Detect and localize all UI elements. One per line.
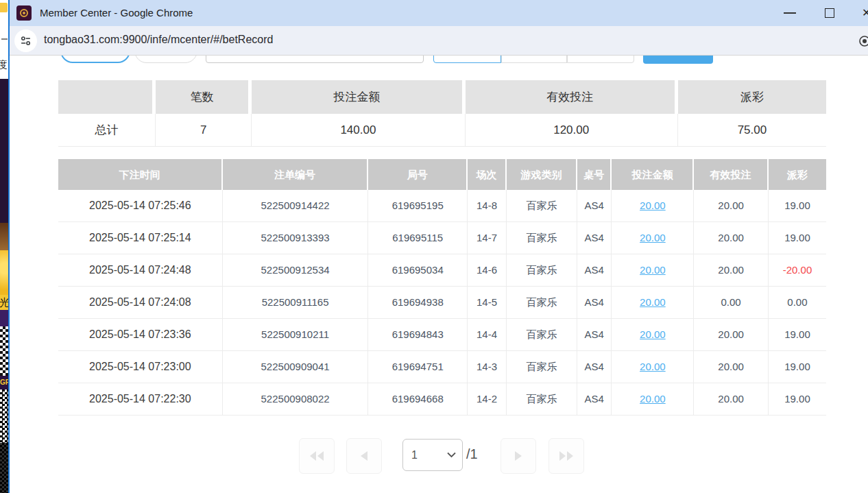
previous-page-button[interactable] bbox=[346, 438, 382, 474]
summary-header-bet-amount: 投注金额 bbox=[252, 80, 461, 114]
bet-amount-cell: 20.00 bbox=[612, 254, 694, 287]
segment-button-active[interactable] bbox=[433, 56, 501, 63]
background-text-gr: GR bbox=[0, 376, 8, 389]
background-gold-bar-image bbox=[0, 223, 8, 250]
summary-header-count: 笔数 bbox=[156, 80, 248, 114]
col-header-payout: 派彩 bbox=[769, 159, 826, 190]
segment-button-middle[interactable] bbox=[501, 56, 567, 63]
background-folder-icon bbox=[0, 3, 8, 12]
game-type: 百家乐 bbox=[507, 222, 577, 254]
payout-cell: -20.00 bbox=[769, 254, 826, 287]
order-no: 522500913393 bbox=[223, 222, 369, 254]
background-window-strip: 度 光 GR bbox=[0, 0, 8, 493]
payout-cell: 0.00 bbox=[769, 287, 826, 319]
background-purple-band bbox=[0, 310, 8, 326]
total-pages-label: /1 bbox=[466, 446, 478, 462]
table-no: AS4 bbox=[577, 190, 612, 222]
summary-total-valid-bet: 120.00 bbox=[466, 114, 678, 147]
col-header-order-no: 注单编号 bbox=[223, 159, 367, 190]
valid-bet: 20.00 bbox=[694, 383, 769, 416]
filter-pill-active[interactable] bbox=[60, 56, 130, 63]
site-favicon bbox=[16, 5, 32, 21]
valid-bet: 20.00 bbox=[694, 222, 769, 254]
minimize-button[interactable] bbox=[784, 12, 796, 14]
order-no: 522500909041 bbox=[223, 351, 369, 383]
round-no: 619695034 bbox=[368, 254, 467, 287]
round-no: 619694843 bbox=[368, 319, 467, 351]
col-header-valid-bet: 有效投注 bbox=[694, 159, 767, 190]
game-type: 百家乐 bbox=[507, 383, 577, 416]
summary-total-count: 7 bbox=[156, 114, 252, 147]
payout-cell: 19.00 bbox=[769, 383, 826, 416]
bet-time: 2025-05-14 07:24:08 bbox=[58, 287, 223, 319]
url-bar[interactable]: tongbao31.com:9900/infe/mcenter/#/betRec… bbox=[10, 26, 868, 56]
background-dark-pattern bbox=[0, 443, 8, 493]
background-qr-code-bottom bbox=[0, 389, 8, 443]
bet-amount-link[interactable]: 20.00 bbox=[640, 200, 666, 211]
screen: 度 光 GR Member Center - Google Chrome ✕ bbox=[0, 0, 868, 493]
bet-amount-link[interactable]: 20.00 bbox=[640, 296, 666, 308]
bet-time: 2025-05-14 07:24:48 bbox=[58, 254, 223, 287]
bet-time: 2025-05-14 07:25:46 bbox=[58, 190, 223, 222]
summary-header-payout: 派彩 bbox=[678, 80, 826, 114]
close-button[interactable]: ✕ bbox=[862, 8, 868, 19]
next-page-button[interactable] bbox=[501, 438, 536, 474]
col-header-bet-amount: 投注金额 bbox=[612, 159, 692, 190]
valid-bet: 20.00 bbox=[694, 190, 769, 222]
url-text[interactable]: tongbao31.com:9900/infe/mcenter/#/betRec… bbox=[44, 34, 273, 46]
segment-button-right[interactable] bbox=[567, 56, 634, 63]
site-settings-icon[interactable] bbox=[14, 29, 37, 52]
session: 14-6 bbox=[468, 254, 507, 287]
window-titlebar[interactable]: Member Center - Google Chrome ✕ bbox=[10, 0, 868, 26]
session: 14-4 bbox=[468, 319, 507, 351]
valid-bet: 20.00 bbox=[694, 254, 769, 287]
round-no: 619694938 bbox=[368, 287, 467, 319]
bet-amount-cell: 20.00 bbox=[612, 351, 694, 383]
background-qr-code-top bbox=[0, 326, 8, 376]
bet-amount-cell: 20.00 bbox=[612, 319, 694, 351]
round-no: 619695195 bbox=[368, 190, 467, 222]
last-page-button[interactable] bbox=[548, 438, 584, 474]
table-no: AS4 bbox=[577, 383, 612, 416]
bet-amount-link[interactable]: 20.00 bbox=[640, 361, 666, 372]
order-no: 522500910211 bbox=[223, 319, 369, 351]
col-header-round-no: 局号 bbox=[368, 159, 466, 190]
col-header-bet-time: 下注时间 bbox=[58, 159, 221, 190]
maximize-button[interactable] bbox=[825, 8, 834, 18]
session: 14-8 bbox=[468, 190, 507, 222]
game-type: 百家乐 bbox=[507, 190, 577, 222]
bet-amount-link[interactable]: 20.00 bbox=[640, 264, 666, 276]
bet-amount-link[interactable]: 20.00 bbox=[640, 232, 666, 243]
summary-total-bet-amount: 140.00 bbox=[252, 114, 465, 147]
page-select[interactable]: 1 bbox=[402, 439, 463, 471]
valid-bet: 20.00 bbox=[694, 351, 769, 383]
target-icon[interactable] bbox=[858, 35, 868, 50]
bet-time: 2025-05-14 07:25:14 bbox=[58, 222, 223, 254]
background-gold-glow bbox=[0, 250, 8, 295]
bet-amount-link[interactable]: 20.00 bbox=[640, 393, 666, 405]
col-header-table-no: 桌号 bbox=[577, 159, 610, 190]
page-select-wrap: 1 bbox=[402, 439, 463, 471]
background-text-fragment: 度 bbox=[0, 59, 8, 71]
bet-time: 2025-05-14 07:23:00 bbox=[58, 351, 223, 383]
bet-record-table: 下注时间 注单编号 局号 场次 游戏类别 桌号 投注金额 有效投注 派彩 202… bbox=[58, 159, 826, 416]
session: 14-3 bbox=[468, 351, 507, 383]
background-purple-banner bbox=[0, 79, 8, 223]
col-header-game-type: 游戏类别 bbox=[507, 159, 576, 190]
order-no: 522500908022 bbox=[223, 383, 369, 416]
filter-pill[interactable] bbox=[134, 56, 197, 63]
bet-amount-link[interactable]: 20.00 bbox=[640, 328, 666, 340]
bet-time: 2025-05-14 07:22:30 bbox=[58, 383, 223, 416]
valid-bet: 20.00 bbox=[694, 319, 769, 351]
search-button[interactable] bbox=[643, 56, 713, 64]
background-text-gold: 光 bbox=[0, 295, 8, 310]
table-no: AS4 bbox=[577, 319, 612, 351]
game-type: 百家乐 bbox=[507, 287, 577, 319]
payout-cell: 19.00 bbox=[769, 319, 826, 351]
round-no: 619694751 bbox=[368, 351, 467, 383]
order-no: 522500912534 bbox=[223, 254, 369, 287]
bet-amount-cell: 20.00 bbox=[612, 383, 694, 416]
date-range-input[interactable] bbox=[206, 56, 424, 63]
first-page-button[interactable] bbox=[299, 438, 335, 474]
summary-header-valid-bet: 有效投注 bbox=[466, 80, 675, 114]
